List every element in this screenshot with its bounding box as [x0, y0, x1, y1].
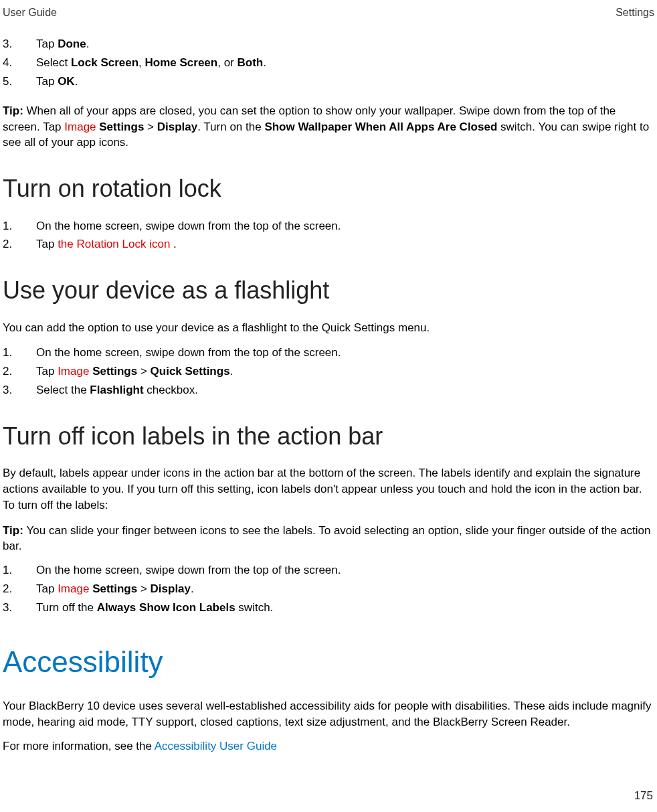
list-item: 1. On the home screen, swipe down from t… [3, 345, 654, 361]
section-title-rotation-lock: Turn on rotation lock [3, 172, 654, 206]
settings-icon: Image [58, 365, 92, 378]
text: . [86, 37, 90, 50]
text: Tap [36, 37, 58, 50]
bold-text: Quick Settings [151, 365, 230, 378]
section-title-icon-labels: Turn off icon labels in the action bar [3, 420, 654, 453]
list-number: 2. [3, 236, 36, 252]
list-item: 5. Tap OK. [3, 74, 654, 90]
text: Turn off the [36, 601, 97, 614]
steps-list-initial: 3. Tap Done. 4. Select Lock Screen, Home… [3, 36, 654, 89]
list-number: 4. [3, 55, 36, 71]
text: Tap [36, 75, 58, 88]
steps-list-icon-labels: 1. On the home screen, swipe down from t… [3, 562, 654, 615]
text: > [137, 365, 150, 378]
accessibility-guide-link[interactable]: Accessibility User Guide [155, 740, 277, 752]
list-number: 2. [3, 363, 36, 380]
list-item: 3. Turn off the Always Show Icon Labels … [3, 600, 654, 616]
list-number: 1. [3, 218, 36, 234]
page-number: 175 [634, 788, 653, 804]
accessibility-link-paragraph: For more information, see the Accessibil… [3, 738, 654, 754]
page-header: User Guide Settings [0, 0, 657, 20]
list-text: Tap Image Settings > Display. [36, 581, 654, 597]
list-text: Turn off the Always Show Icon Labels swi… [36, 600, 654, 616]
text: switch. [236, 601, 274, 614]
list-text: Tap Image Settings > Quick Settings. [36, 363, 654, 380]
text: . [173, 238, 177, 250]
list-item: 3. Tap Done. [3, 36, 654, 52]
bold-text: Show Wallpaper When All Apps Are Closed [264, 120, 497, 133]
text: Select [36, 56, 71, 69]
text: > [137, 582, 150, 595]
list-text: Select the Flashlight checkbox. [36, 382, 654, 398]
bold-text: Flashlight [90, 384, 143, 396]
text: . [263, 56, 266, 69]
list-number: 1. [3, 562, 36, 578]
flashlight-intro: You can add the option to use your devic… [3, 320, 654, 336]
chapter-title-accessibility: Accessibility [3, 641, 654, 683]
list-item: 2. Tap the Rotation Lock icon . [3, 236, 654, 252]
list-number: 3. [3, 36, 36, 52]
text: . [230, 365, 233, 378]
list-number: 5. [3, 74, 36, 90]
steps-list-rotation: 1. On the home screen, swipe down from t… [3, 218, 654, 253]
text: Tap [36, 582, 58, 595]
list-text: Tap the Rotation Lock icon . [36, 236, 654, 252]
list-number: 2. [3, 581, 36, 597]
steps-list-flashlight: 1. On the home screen, swipe down from t… [3, 345, 654, 398]
text: Select the [36, 384, 90, 396]
text: . [191, 582, 194, 595]
bold-text: Settings [99, 120, 144, 133]
list-text: On the home screen, swipe down from the … [36, 562, 654, 578]
text: , or [217, 56, 237, 69]
list-item: 1. On the home screen, swipe down from t… [3, 218, 654, 234]
section-title-flashlight: Use your device as a flashlight [3, 274, 654, 307]
bold-text: Both [238, 56, 264, 69]
tip-label: Tip: [3, 524, 27, 537]
list-text: Select Lock Screen, Home Screen, or Both… [36, 55, 654, 71]
rotation-lock-icon: the Rotation Lock icon [58, 238, 173, 250]
list-text: On the home screen, swipe down from the … [36, 345, 654, 361]
icon-labels-intro: By default, labels appear under icons in… [3, 465, 654, 513]
text: . [75, 75, 78, 88]
text: Tap [36, 365, 58, 378]
bold-text: Lock Screen [71, 56, 138, 69]
bold-text: Settings [92, 365, 137, 378]
settings-icon: Image [58, 582, 92, 595]
bold-text: Settings [92, 582, 137, 595]
icon-labels-tip: Tip: You can slide your finger between i… [3, 523, 654, 555]
page-content: 3. Tap Done. 4. Select Lock Screen, Home… [0, 36, 657, 754]
list-text: Tap Done. [36, 36, 654, 52]
list-item: 2. Tap Image Settings > Display. [3, 581, 654, 597]
bold-text: Always Show Icon Labels [97, 601, 236, 614]
bold-text: Home Screen [145, 56, 218, 69]
header-right: Settings [616, 5, 654, 20]
text: , [138, 56, 145, 69]
bold-text: OK [58, 75, 75, 88]
bold-text: Display [151, 582, 191, 595]
text: Tap [36, 238, 58, 250]
bold-text: Display [157, 120, 197, 133]
list-text: On the home screen, swipe down from the … [36, 218, 654, 234]
list-number: 3. [3, 382, 36, 398]
tip-paragraph: Tip: When all of your apps are closed, y… [3, 103, 654, 151]
header-left: User Guide [3, 5, 57, 20]
text: checkbox. [144, 384, 198, 396]
list-item: 2. Tap Image Settings > Quick Settings. [3, 363, 654, 380]
list-item: 4. Select Lock Screen, Home Screen, or B… [3, 55, 654, 71]
list-item: 3. Select the Flashlight checkbox. [3, 382, 654, 398]
text: For more information, see the [3, 740, 155, 752]
text: . Turn on the [197, 120, 264, 133]
bold-text: Done [58, 37, 86, 50]
list-number: 3. [3, 600, 36, 616]
list-number: 1. [3, 345, 36, 361]
text: You can slide your finger between icons … [3, 524, 650, 553]
accessibility-paragraph: Your BlackBerry 10 device uses several w… [3, 698, 654, 730]
text: > [144, 120, 157, 133]
list-item: 1. On the home screen, swipe down from t… [3, 562, 654, 578]
settings-icon: Image [64, 120, 99, 133]
tip-label: Tip: [3, 104, 27, 117]
list-text: Tap OK. [36, 74, 654, 90]
